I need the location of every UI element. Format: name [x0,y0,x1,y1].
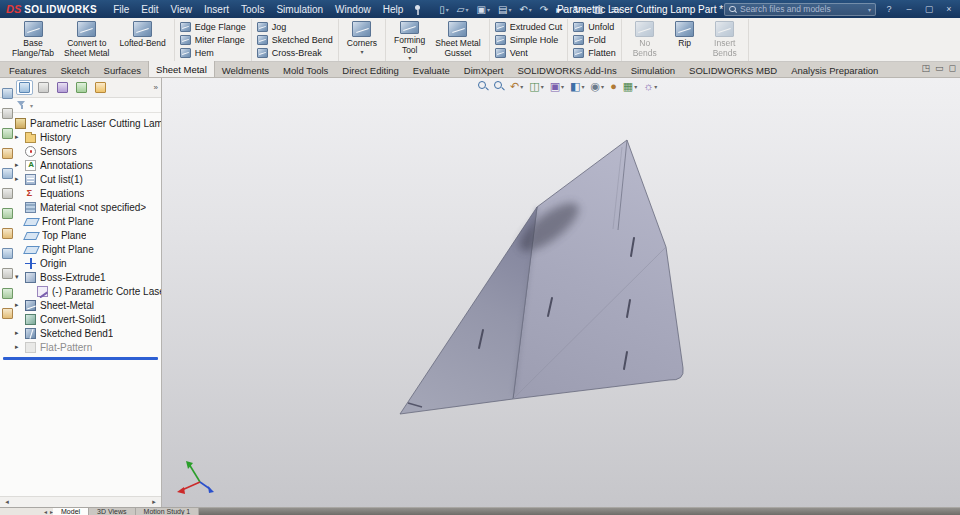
apply-scene-button[interactable]: ▦▾ [621,79,639,93]
help-button[interactable]: ? [882,2,896,16]
side-tool-icon[interactable] [2,268,13,279]
new-document-button[interactable]: ▯▾ [436,3,452,16]
pane-layout-icon[interactable]: ◳ [921,63,930,73]
view-orientation-button[interactable]: ▣▾ [548,79,566,93]
tab-direct-editing[interactable]: Direct Editing [335,62,406,78]
bottom-tab-model[interactable]: Model [53,508,89,515]
expand-icon[interactable]: ▸ [15,161,25,169]
ribbon-hem-button[interactable]: Hem [178,47,248,60]
tree-item-origin[interactable]: Origin [0,256,161,270]
undo-button[interactable]: ↶▾ [516,3,534,16]
maximize-button[interactable]: ▢ [922,2,936,16]
display-style-button[interactable]: ◧▾ [568,79,586,93]
expand-icon[interactable]: ▸ [15,343,25,351]
menu-item-simulation[interactable]: Simulation [270,2,329,17]
hide-show-items-button[interactable]: ◉▾ [589,79,607,93]
ribbon-edge-flange-button[interactable]: Edge Flange [178,21,248,34]
tab-scroll-left-icon[interactable]: ◂ [44,508,47,515]
tab-simulation[interactable]: Simulation [624,62,682,78]
tree-item-flat-pattern[interactable]: ▸Flat-Pattern [0,340,161,354]
filter-icon[interactable] [17,100,27,110]
ribbon-unfold-button[interactable]: Unfold [571,21,618,34]
side-tool-icon[interactable] [2,128,13,139]
bottom-tab-3d-views[interactable]: 3D Views [89,508,135,515]
section-view-button[interactable]: ◫▾ [527,79,545,93]
menu-item-file[interactable]: File [107,2,135,17]
expand-icon[interactable]: ▸ [15,175,25,183]
tree-item-front-plane[interactable]: Front Plane [0,214,161,228]
panel-scrollbar[interactable]: ◂ ▸ [0,496,161,507]
orientation-triad[interactable] [177,461,214,494]
side-tool-icon[interactable] [2,248,13,259]
tab-sketch[interactable]: Sketch [54,62,97,78]
tree-item-right-plane[interactable]: Right Plane [0,242,161,256]
pane-expand-icon[interactable]: ◻ [949,63,956,73]
tree-item-sheet-metal[interactable]: ▸Sheet-Metal [0,298,161,312]
save-button[interactable]: ▣▾ [474,3,493,16]
collapse-icon[interactable]: ▾ [15,273,25,281]
menu-item-edit[interactable]: Edit [135,2,164,17]
tree-item-annotations[interactable]: ▸Annotations [0,158,161,172]
tab-analysis-preparation[interactable]: Analysis Preparation [784,62,885,78]
open-button[interactable]: ▱▾ [454,3,472,16]
tree-item-equations[interactable]: Equations [0,186,161,200]
side-tool-icon[interactable] [2,88,13,99]
pin-menu-icon[interactable] [413,4,422,15]
ribbon-fold-button[interactable]: Fold [571,34,618,47]
tree-item-material-not-specified[interactable]: Material <not specified> [0,200,161,214]
tree-item-convert-solid1[interactable]: Convert-Solid1 [0,312,161,326]
tab-solidworks-add-ins[interactable]: SOLIDWORKS Add-Ins [510,62,623,78]
menu-item-window[interactable]: Window [329,2,377,17]
side-tool-icon[interactable] [2,208,13,219]
menu-item-tools[interactable]: Tools [235,2,270,17]
expand-icon[interactable]: ▸ [15,301,25,309]
menu-item-view[interactable]: View [165,2,199,17]
ribbon-miter-flange-button[interactable]: Miter Flange [178,34,248,47]
ribbon-vent-button[interactable]: Vent [493,47,565,60]
ribbon-corners-button[interactable]: Corners▾ [342,19,382,61]
displaymanager-tab-tab[interactable] [92,80,109,95]
side-tool-icon[interactable] [2,108,13,119]
bottom-tab-motion-study-1[interactable]: Motion Study 1 [136,508,200,515]
part-face-right[interactable] [513,140,683,399]
tree-item-parametric-laser-cutting-lamp-part-d[interactable]: Parametric Laser Cutting Lamp Part (D [0,116,161,130]
tab-dimxpert[interactable]: DimXpert [457,62,511,78]
tab-evaluate[interactable]: Evaluate [406,62,457,78]
ribbon-forming-tool-button[interactable]: FormingTool▾ [389,19,430,61]
zoom-fit-button[interactable] [476,80,490,92]
tree-item-top-plane[interactable]: Top Plane [0,228,161,242]
tree-item-parametric-corte-laser[interactable]: (-) Parametric Corte Laser [0,284,161,298]
filter-caret-icon[interactable]: ▾ [30,102,33,109]
scroll-left-icon[interactable]: ◂ [2,498,12,506]
tab-surfaces[interactable]: Surfaces [97,62,149,78]
side-tool-icon[interactable] [2,148,13,159]
ribbon-lofted-bend-button[interactable]: Lofted-Bend [114,19,170,61]
dimxpertmanager-tab-tab[interactable] [73,80,90,95]
tree-item-cut-list-1[interactable]: ▸Cut list(1) [0,172,161,186]
ribbon-cross-break-button[interactable]: Cross-Break [255,47,335,60]
tree-item-history[interactable]: ▸History [0,130,161,144]
menu-item-help[interactable]: Help [377,2,410,17]
side-tool-icon[interactable] [2,308,13,319]
tab-features[interactable]: Features [2,62,54,78]
panel-overflow-icon[interactable]: » [154,83,158,92]
menu-item-insert[interactable]: Insert [198,2,235,17]
ribbon-sheet-metal-gusset-button[interactable]: Sheet MetalGusset [430,19,485,61]
side-tool-icon[interactable] [2,168,13,179]
ribbon-extruded-cut-button[interactable]: Extruded Cut [493,21,565,34]
search-caret-icon[interactable]: ▾ [868,6,871,13]
side-tool-icon[interactable] [2,288,13,299]
sheet-metal-part[interactable] [400,140,683,414]
tab-weldments[interactable]: Weldments [215,62,276,78]
print-button[interactable]: ▤▾ [495,3,514,16]
scroll-right-icon[interactable]: ▸ [149,498,159,506]
edit-appearance-button[interactable]: ● [608,79,619,93]
previous-view-button[interactable]: ↶▾ [508,79,525,93]
zoom-area-button[interactable] [492,80,506,92]
tree-item-sketched-bend1[interactable]: ▸Sketched Bend1 [0,326,161,340]
redo-button[interactable]: ↷ [537,3,551,16]
ribbon-jog-button[interactable]: Jog [255,21,335,34]
ribbon-base-flange-tab-button[interactable]: BaseFlange/Tab [7,19,59,61]
featuremanager-tab-tab[interactable] [16,80,33,95]
expand-icon[interactable]: ▸ [15,133,25,141]
